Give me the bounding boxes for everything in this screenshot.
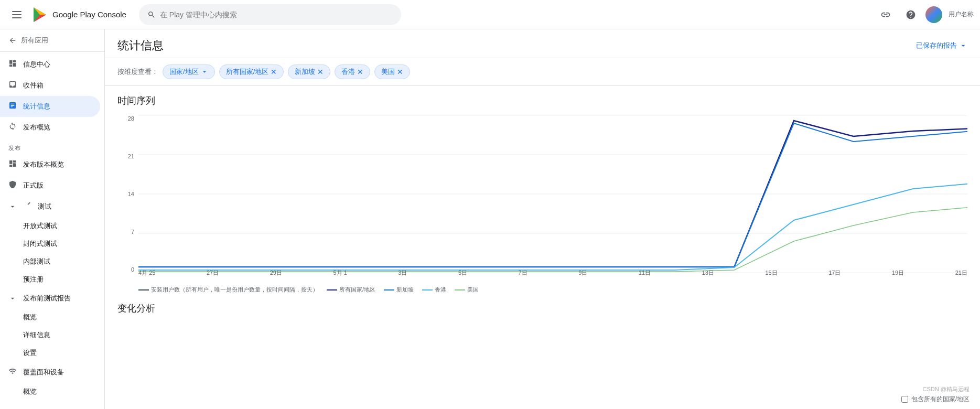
legend-label-hongkong: 香港	[435, 286, 446, 294]
watermark: CSDN @精马远程	[923, 385, 970, 393]
search-bar[interactable]	[139, 4, 401, 25]
chip-usa-remove[interactable]: ✕	[397, 68, 403, 76]
chip-singapore-remove[interactable]: ✕	[317, 68, 324, 76]
chart-section: 时间序列 28 21 14 7 0	[105, 86, 980, 294]
sidebar-item-release-overview[interactable]: 发布概览	[0, 117, 100, 138]
sidebar-item-pre-launch-overview[interactable]: 概览	[0, 308, 100, 326]
chart-y-axis: 28 21 14 7 0	[117, 115, 138, 273]
sidebar-item-testing[interactable]: 测试	[0, 196, 100, 217]
y-label-7: 7	[131, 229, 134, 235]
legend-item-singapore: 新加坡	[384, 286, 414, 294]
sidebar-pre-launch-label: 发布前测试报告	[23, 294, 71, 303]
sidebar-item-production-label: 正式版	[23, 181, 44, 190]
sidebar-testing-label: 测试	[38, 202, 51, 211]
dimension-selector[interactable]: 国家/地区	[163, 64, 215, 79]
saved-reports-button[interactable]: 已保存的报告	[916, 41, 967, 50]
sidebar-item-coverage[interactable]: 覆盖面和设备	[0, 362, 100, 383]
header-actions: 用户名称	[875, 4, 974, 25]
hamburger-button[interactable]	[6, 4, 27, 25]
chart-svg	[138, 115, 967, 273]
x-label-8: 11日	[639, 269, 651, 277]
logo-area: Google Play Console	[31, 6, 126, 23]
bottom-section: 变化分析	[105, 294, 980, 323]
avatar[interactable]	[925, 6, 942, 23]
sidebar-item-versions-label: 发布版本概览	[23, 160, 64, 169]
sidebar-item-pre-launch[interactable]: 发布前测试报告	[0, 288, 100, 308]
filter-chip-hongkong[interactable]: 香港 ✕	[335, 64, 370, 79]
x-label-0: 4月 25	[138, 269, 155, 277]
sidebar-item-pre-launch-settings[interactable]: 设置	[0, 344, 100, 362]
chip-singapore-label: 新加坡	[295, 67, 315, 77]
saved-reports-label: 已保存的报告	[916, 41, 957, 50]
saved-reports-chevron-icon	[959, 41, 967, 50]
bottom-title: 变化分析	[117, 302, 967, 315]
back-icon	[8, 36, 17, 45]
x-label-10: 15日	[765, 269, 777, 277]
y-label-0: 0	[131, 266, 134, 273]
legend-label-singapore: 新加坡	[396, 286, 414, 294]
chip-hongkong-label: 香港	[341, 67, 355, 77]
svg-rect-0	[12, 11, 21, 12]
legend-line-description	[138, 289, 149, 290]
chip-usa-label: 美国	[381, 67, 395, 77]
x-label-1: 27日	[207, 269, 219, 277]
user-name: 用户名称	[949, 10, 974, 19]
sidebar-item-stats[interactable]: 统计信息	[0, 96, 100, 117]
svg-rect-1	[12, 14, 21, 15]
layout: 所有应用 信息中心 收件箱 统计信息 发布概览 发布	[0, 29, 980, 409]
pre-launch-details-label: 详细信息	[23, 330, 50, 340]
chip-hongkong-remove[interactable]: ✕	[357, 68, 363, 76]
back-label: 所有应用	[21, 36, 48, 45]
legend-item-all: 安装用户数（所有用户，唯一是份用户数量，按时间间隔，按天）	[138, 286, 318, 294]
sidebar-item-pre-launch-details[interactable]: 详细信息	[0, 326, 100, 344]
coverage-icon	[8, 367, 17, 378]
search-input[interactable]	[160, 10, 393, 19]
sidebar-item-pre-register[interactable]: 预注册	[0, 271, 100, 288]
filter-chip-all-countries[interactable]: 所有国家/地区 ✕	[219, 64, 284, 79]
sidebar-item-inbox[interactable]: 收件箱	[0, 75, 100, 96]
sidebar-item-release-versions[interactable]: 发布版本概览	[0, 154, 100, 175]
include-all-checkbox[interactable]	[901, 396, 908, 403]
versions-icon	[8, 159, 17, 170]
main-content: 统计信息 已保存的报告 按维度查看： 国家/地区 所有国家/地区 ✕	[105, 29, 980, 409]
pre-launch-chevron-icon	[8, 294, 17, 303]
dimension-chevron-icon	[201, 68, 208, 76]
page-header: 统计信息 已保存的报告	[105, 29, 980, 58]
sidebar-item-production[interactable]: 正式版	[0, 175, 100, 196]
filter-dimension-label: 按维度查看：	[117, 67, 158, 77]
help-icon	[906, 9, 916, 20]
help-button[interactable]	[900, 4, 921, 25]
filter-row: 按维度查看： 国家/地区 所有国家/地区 ✕ 新加坡 ✕ 香港 ✕ 美国	[105, 58, 980, 86]
x-label-12: 19日	[892, 269, 904, 277]
legend-line-all-countries	[327, 289, 337, 290]
legend-line-singapore	[384, 289, 394, 290]
sidebar: 所有应用 信息中心 收件箱 统计信息 发布概览 发布	[0, 29, 105, 409]
chip-all-countries-label: 所有国家/地区	[226, 67, 269, 77]
link-button[interactable]	[875, 4, 896, 25]
sidebar-item-dashboard[interactable]: 信息中心	[0, 54, 100, 75]
internal-test-label: 内部测试	[23, 257, 50, 266]
stats-icon	[8, 101, 17, 112]
x-label-11: 17日	[828, 269, 841, 277]
sidebar-item-closed-test[interactable]: 封闭式测试	[0, 235, 100, 253]
y-label-28: 28	[128, 115, 134, 122]
x-label-3: 5月 1	[333, 269, 347, 277]
legend-item-hongkong: 香港	[422, 286, 446, 294]
x-label-4: 3日	[398, 269, 407, 277]
filter-chip-singapore[interactable]: 新加坡 ✕	[288, 64, 330, 79]
chart-legend: 安装用户数（所有用户，唯一是份用户数量，按时间间隔，按天） 所有国家/地区 新加…	[138, 286, 479, 294]
chart-x-axis: 4月 25 27日 29日 5月 1 3日 5日 7日 9日 11日 13日 1…	[138, 269, 967, 277]
sidebar-item-open-test[interactable]: 开放式测试	[0, 217, 100, 235]
sidebar-item-inbox-label: 收件箱	[23, 81, 44, 90]
play-logo-icon	[31, 6, 48, 23]
sidebar-item-release-overview-label: 发布概览	[23, 123, 50, 132]
chip-all-countries-remove[interactable]: ✕	[271, 68, 277, 76]
x-label-7: 9日	[578, 269, 587, 277]
back-to-all-apps[interactable]: 所有应用	[0, 29, 104, 52]
sidebar-item-internal-test[interactable]: 内部测试	[0, 253, 100, 271]
legend-item-all-countries: 所有国家/地区	[327, 286, 375, 294]
production-icon	[8, 180, 17, 191]
dashboard-icon	[8, 59, 17, 70]
sidebar-item-coverage-sub[interactable]: 概览	[0, 383, 100, 401]
filter-chip-usa[interactable]: 美国 ✕	[374, 64, 410, 79]
